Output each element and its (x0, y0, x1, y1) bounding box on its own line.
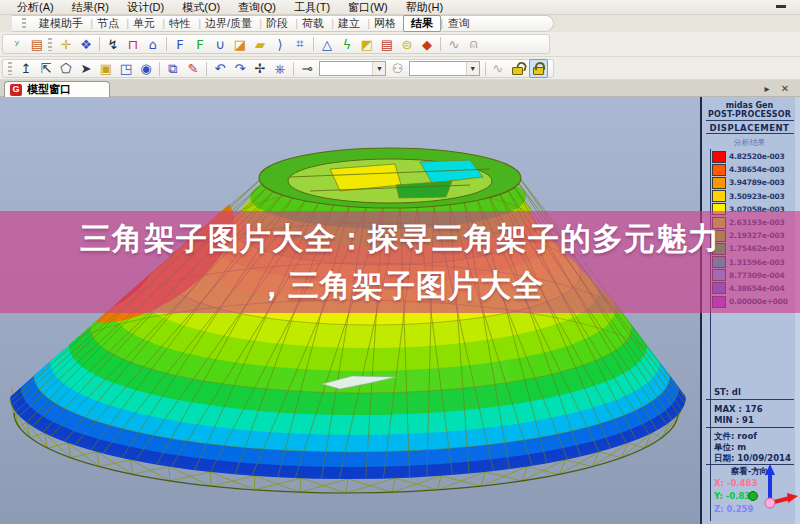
results-toolbar-row: ʸ▤✛❖↯⊓⌂FF∪◪▰⟩⌗△ϟ◩▤⊜◆∿⍝ (0, 32, 800, 57)
ribbon-tab-节点[interactable]: 节点 (90, 16, 126, 31)
node-sphere-icon[interactable]: ⊜ (397, 35, 417, 53)
toolbar-separator (485, 62, 486, 76)
grid-result-icon[interactable]: ⌗ (290, 35, 310, 53)
select-plane-icon[interactable]: ◳ (116, 60, 136, 78)
max-node-label: MAX : 176 (714, 404, 763, 414)
force-contour-icon[interactable]: ◪ (230, 35, 250, 53)
menu-结果[interactable]: 结果(R) (63, 0, 118, 14)
tab-scroll-next-icon[interactable]: ▸ (760, 82, 774, 95)
select-pen-icon[interactable]: ✎ (183, 60, 203, 78)
active-group-combo[interactable]: ▼ (409, 61, 480, 76)
deformed-shape-icon[interactable]: ✛ (56, 35, 76, 53)
time-history-icon[interactable]: ∿ (444, 35, 464, 53)
toolbar-separator (159, 62, 160, 76)
ribbon-tab-建立[interactable]: 建立 (331, 16, 367, 31)
ribbon-tab-单元[interactable]: 单元 (126, 16, 162, 31)
legend-value: 3.94789e-003 (729, 178, 785, 187)
tab-close-icon[interactable]: ✕ (778, 82, 792, 95)
stage-result-icon[interactable]: ⍝ (464, 35, 484, 53)
moment-diagram-icon[interactable]: ∪ (210, 35, 230, 53)
legend-value: 3.50923e-003 (729, 192, 785, 201)
toolbar-drag-handle (48, 38, 52, 51)
document-tab-bar: G 模型窗口 ▸ ✕ (0, 80, 800, 97)
axis-icon[interactable]: ʸ (7, 35, 27, 53)
brand-label: midas Gen (702, 101, 797, 110)
legend-swatch (712, 164, 726, 176)
unlock-button[interactable] (508, 59, 527, 78)
legend-entry: 4.38654e-003 (712, 163, 788, 176)
menu-分析[interactable]: 分析(A) (8, 0, 63, 14)
select-volume-icon[interactable]: ◉ (136, 60, 156, 78)
ribbon-tab-阶段[interactable]: 阶段 (259, 16, 295, 31)
frame-deform-icon[interactable]: ⊓ (123, 35, 143, 53)
ribbon-tab-网格[interactable]: 网格 (367, 16, 403, 31)
select-recent-icon[interactable]: ↷ (230, 60, 250, 78)
chevron-down-icon[interactable]: ▼ (372, 62, 385, 75)
chevron-down-icon[interactable]: ▼ (466, 62, 479, 75)
select-window-icon[interactable]: ▣ (96, 60, 116, 78)
minimize-dash-icon[interactable] (776, 5, 786, 8)
sigma-triangle-icon[interactable]: △ (317, 35, 337, 53)
menu-窗口[interactable]: 窗口(W) (339, 0, 397, 14)
toolbar-separator (293, 62, 294, 76)
toolbar-drag-handle (8, 62, 12, 75)
named-selection-combo[interactable]: ▼ (319, 61, 386, 76)
ribbon-tab-边界/质量[interactable]: 边界/质量 (198, 16, 259, 31)
ribbon-tab-结果[interactable]: 结果 (403, 15, 441, 32)
toolbar-separator (206, 62, 207, 76)
doc-tab-label: 模型窗口 (27, 82, 71, 97)
curvature-icon[interactable]: ⟩ (270, 35, 290, 53)
menu-模式[interactable]: 模式(O) (173, 0, 229, 14)
animation-wave-icon[interactable]: ∿ (489, 60, 507, 78)
menu-设计[interactable]: 设计(D) (118, 0, 173, 14)
select-all-icon[interactable]: ✢ (250, 60, 270, 78)
toolbar-separator (166, 37, 167, 51)
tab-model-window[interactable]: G 模型窗口 (4, 81, 110, 97)
lock-button[interactable] (529, 59, 548, 78)
vibration-mode-icon[interactable]: ❖ (76, 35, 96, 53)
legend-value: 4.82520e-003 (729, 152, 785, 161)
select-identity-icon[interactable]: ⧉ (163, 60, 183, 78)
stress-contour-icon[interactable]: ▰ (250, 35, 270, 53)
toolbar-separator (313, 37, 314, 51)
ribbon-tab-row: 建模助手节点单元特性边界/质量阶段荷载建立网格结果查询 (0, 15, 800, 32)
reaction-icon[interactable]: ↯ (103, 35, 123, 53)
ribbon-tab-查询[interactable]: 查询 (441, 16, 477, 31)
select-intersect-icon[interactable]: ➤ (76, 60, 96, 78)
banner-line-1: 三角架子图片大全：探寻三角架子的多元魅力 (80, 215, 720, 262)
select-polygon-icon[interactable]: ⬠ (56, 60, 76, 78)
toolbar-grip-icon[interactable] (22, 18, 26, 29)
truss-view-icon[interactable]: ⌂ (143, 35, 163, 53)
group-tree-icon[interactable]: ⚇ (388, 60, 406, 78)
sigma-contour-icon[interactable]: ◩ (357, 35, 377, 53)
select-previous-icon[interactable]: ↶ (210, 60, 230, 78)
lock-open-icon (512, 67, 523, 75)
force-arrow-icon[interactable]: F (190, 35, 210, 53)
result-type-label: DISPLACEMENT (702, 123, 797, 133)
results-toolbar: ʸ▤✛❖↯⊓⌂FF∪◪▰⟩⌗△ϟ◩▤⊜◆∿⍝ (2, 34, 550, 54)
legend-swatch (712, 151, 726, 163)
menu-查询[interactable]: 查询(Q) (229, 0, 285, 14)
toolbar-separator (99, 37, 100, 51)
menu-工具[interactable]: 工具(T) (285, 0, 339, 14)
node-chain-icon[interactable]: ⊸ (297, 60, 317, 78)
lock-closed-icon (533, 67, 544, 75)
ribbon-tab-特性[interactable]: 特性 (162, 16, 198, 31)
ribbon-tab-荷载[interactable]: 荷载 (295, 16, 331, 31)
legend-entry: 3.50923e-003 (712, 190, 788, 203)
select-single-icon[interactable]: ⇱ (36, 60, 56, 78)
ribbon-tab-建模助手[interactable]: 建模助手 (32, 16, 90, 31)
solid-cube-icon[interactable]: ◆ (417, 35, 437, 53)
ribbon-strip: 建模助手节点单元特性边界/质量阶段荷载建立网格结果查询 (12, 15, 554, 32)
watermark-banner: 三角架子图片大全：探寻三角架子的多元魅力 ，三角架子图片大全 (0, 211, 800, 313)
divider (706, 120, 794, 121)
loadcase-label: ST: dl (714, 387, 741, 397)
top-ring (259, 148, 521, 208)
unselect-wheel-icon[interactable]: ⎈ (270, 60, 290, 78)
pick-node-icon[interactable]: ↥ (16, 60, 36, 78)
menu-帮助[interactable]: 帮助(H) (397, 0, 452, 14)
model-box-icon[interactable]: ▤ (27, 35, 47, 53)
sigma-lightning-icon[interactable]: ϟ (337, 35, 357, 53)
force-diagram-icon[interactable]: F (170, 35, 190, 53)
result-table-icon[interactable]: ▤ (377, 35, 397, 53)
